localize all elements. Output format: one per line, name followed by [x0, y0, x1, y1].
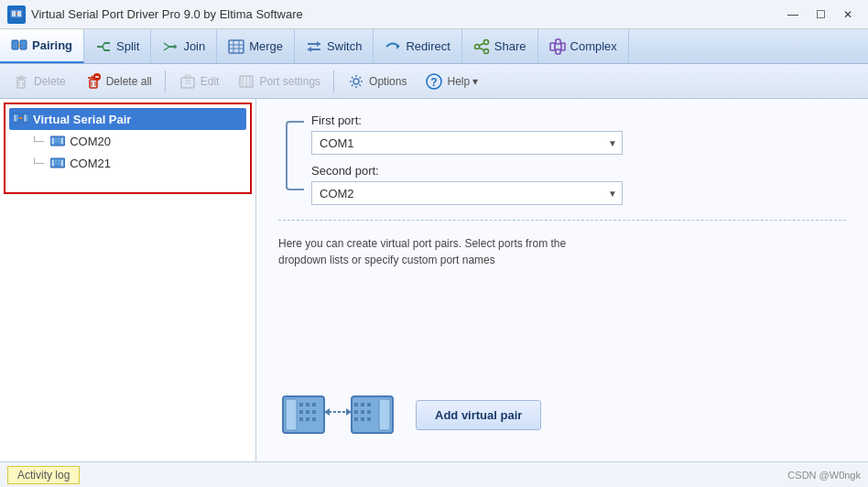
svg-rect-90: [306, 417, 309, 421]
minimize-button[interactable]: —: [780, 5, 806, 24]
tree-branch-com20: └─: [31, 136, 44, 146]
tree-item-root[interactable]: Virtual Serial Pair: [9, 108, 246, 130]
svg-line-11: [103, 47, 104, 50]
svg-rect-78: [56, 160, 57, 162]
com20-icon: [49, 133, 66, 149]
bottom-section: Add virtual pair: [278, 383, 846, 447]
tree-item-com20[interactable]: └─ COM20: [27, 130, 246, 152]
close-button[interactable]: ✕: [835, 5, 861, 24]
help-icon: ?: [425, 72, 443, 91]
add-virtual-pair-button[interactable]: Add virtual pair: [416, 400, 541, 430]
bracket-visual: [286, 121, 304, 190]
nav-item-join[interactable]: Join: [151, 29, 217, 63]
split-icon: [95, 38, 112, 55]
svg-rect-75: [61, 138, 64, 145]
status-bar: Activity log CSDN @W0ngk: [0, 461, 868, 487]
nav-item-pairing[interactable]: Pairing: [0, 29, 84, 63]
svg-line-29: [479, 43, 483, 45]
title-bar: Virtual Serial Port Driver Pro 9.0 by El…: [0, 0, 868, 29]
svg-rect-101: [354, 417, 358, 421]
pairing-icon: [11, 38, 27, 54]
nav-item-complex[interactable]: Complex: [538, 29, 629, 63]
svg-rect-71: [56, 138, 57, 140]
svg-rect-31: [550, 43, 555, 50]
first-port-select-wrapper: COM1 COM2 COM3 COM20 COM21 ▼: [311, 131, 623, 155]
svg-rect-5: [20, 40, 27, 49]
nav-item-merge[interactable]: Merge: [217, 29, 295, 63]
redirect-icon: [385, 38, 401, 55]
tree-item-com21[interactable]: └─ COM21: [27, 152, 246, 174]
svg-rect-64: [17, 115, 18, 117]
title-bar-controls: — ☐ ✕: [780, 5, 861, 24]
delete-all-label: Delete all: [106, 75, 152, 88]
tree-branch-com21: └─: [31, 158, 44, 168]
svg-marker-24: [308, 47, 311, 52]
activity-log-label: Activity log: [17, 469, 70, 482]
nav-item-share[interactable]: Share: [462, 29, 538, 63]
right-panel: First port: COM1 COM2 COM3 COM20 COM21 ▼…: [256, 99, 868, 461]
maximize-button[interactable]: ☐: [808, 5, 833, 24]
first-port-select[interactable]: COM1 COM2 COM3 COM20 COM21: [311, 131, 623, 155]
svg-text:?: ?: [431, 76, 438, 89]
svg-rect-106: [367, 410, 371, 414]
svg-rect-63: [15, 115, 16, 122]
svg-rect-80: [59, 160, 60, 162]
second-port-label: Second port:: [311, 164, 846, 178]
help-label: Help ▾: [447, 75, 478, 88]
action-bar: Delete Delete all Edit: [0, 64, 868, 99]
first-port-label: First port:: [311, 114, 846, 127]
separator-1: [165, 70, 166, 92]
edit-button[interactable]: Edit: [170, 69, 228, 94]
svg-point-27: [483, 39, 488, 44]
merge-icon: [228, 38, 244, 55]
svg-rect-98: [379, 399, 390, 430]
help-button[interactable]: ? Help ▾: [417, 69, 486, 94]
svg-rect-82: [61, 160, 64, 167]
svg-rect-16: [229, 40, 244, 53]
tree-container: Virtual Serial Pair └─: [4, 103, 252, 194]
activity-log-tab[interactable]: Activity log: [7, 466, 80, 484]
nav-item-switch[interactable]: Switch: [295, 29, 374, 63]
svg-point-28: [483, 49, 488, 53]
svg-rect-91: [312, 403, 316, 406]
nav-item-split[interactable]: Split: [84, 29, 151, 63]
edit-label: Edit: [201, 75, 220, 88]
pair-icon: [13, 111, 29, 127]
delete-button[interactable]: Delete: [4, 69, 74, 94]
svg-rect-44: [90, 80, 97, 88]
svg-rect-86: [299, 410, 303, 414]
options-button[interactable]: Options: [339, 69, 415, 94]
first-port-group: First port: COM1 COM2 COM3 COM20 COM21 ▼: [311, 114, 846, 155]
nav-label-redirect: Redirect: [406, 39, 450, 53]
svg-rect-74: [59, 141, 60, 143]
port-settings-label: Port settings: [259, 75, 320, 88]
options-icon: [347, 72, 365, 91]
nav-item-redirect[interactable]: Redirect: [374, 29, 461, 63]
delete-all-button[interactable]: Delete all: [76, 69, 160, 94]
port-settings-icon: [237, 72, 255, 91]
separator-2: [333, 70, 334, 92]
svg-marker-15: [174, 44, 177, 49]
second-port-group: Second port: COM1 COM2 COM3 COM20 COM21 …: [311, 164, 846, 205]
svg-rect-41: [19, 76, 23, 78]
join-icon: [162, 38, 179, 55]
svg-rect-84: [286, 399, 297, 430]
nav-label-share: Share: [494, 39, 526, 53]
svg-rect-99: [354, 403, 358, 406]
edit-icon: [179, 72, 197, 91]
svg-line-10: [103, 43, 104, 47]
tree-root-label: Virtual Serial Pair: [33, 113, 131, 126]
second-port-select[interactable]: COM1 COM2 COM3 COM20 COM21: [311, 181, 623, 205]
title-bar-left: Virtual Serial Port Driver Pro 9.0 by El…: [7, 5, 303, 24]
nav-bar: Pairing Split Join: [0, 29, 868, 64]
svg-rect-65: [17, 118, 18, 120]
svg-rect-100: [354, 410, 358, 414]
svg-rect-81: [59, 163, 60, 165]
port-settings-button[interactable]: Port settings: [229, 69, 329, 94]
nav-label-merge: Merge: [249, 39, 283, 53]
divider: [278, 220, 846, 221]
delete-all-icon: [84, 72, 103, 91]
share-icon: [473, 38, 490, 55]
svg-rect-89: [306, 410, 309, 414]
svg-rect-79: [56, 163, 57, 165]
